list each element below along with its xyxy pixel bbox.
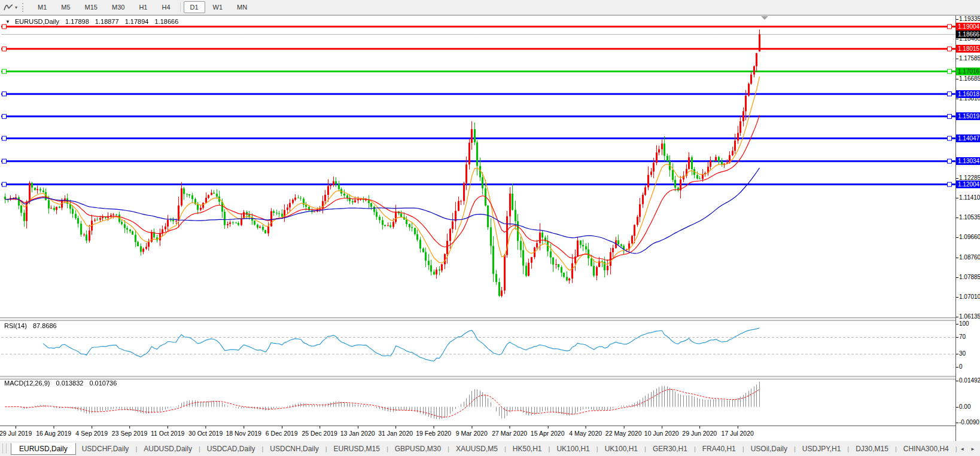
toolbar-grip[interactable]: [22, 3, 26, 12]
price-axis-tick: 1.16685: [959, 75, 980, 82]
price-axis-tick: 1.17585: [959, 55, 980, 62]
current-price-box: 1.18666: [956, 30, 980, 38]
rsi-axis-tick: 100: [959, 320, 980, 328]
macd-signal-value: 0.010736: [89, 380, 117, 387]
date-axis-label: 4 Sep 2019: [75, 430, 108, 437]
timeframe-button-h1[interactable]: H1: [132, 1, 154, 13]
chart-tab[interactable]: XAUUSD,M5: [450, 443, 504, 454]
date-axis-label: 23 Sep 2019: [112, 430, 148, 437]
price-axis-tick: 1.09660: [959, 234, 980, 241]
ohlc-close: 1.18666: [155, 18, 179, 25]
date-axis-label: 6 Dec 2019: [266, 430, 298, 437]
pen-scribble-icon: [4, 3, 13, 11]
chart-tab[interactable]: UK100,H1: [599, 443, 644, 454]
level-price-box: 1.19004: [956, 23, 980, 30]
date-axis-label: 30 Oct 2019: [188, 430, 223, 437]
price-axis-tick: 1.08760: [959, 254, 980, 261]
ohlc-low: 1.17894: [125, 18, 149, 25]
panel-splitter-macd[interactable]: [0, 376, 980, 380]
date-axis-label: 29 Jun 2020: [682, 430, 717, 437]
chart-tab[interactable]: HK50,H1: [507, 443, 548, 454]
drawing-tool-icon[interactable]: [2, 1, 15, 13]
price-axis-tick: 1.11410: [959, 194, 980, 201]
timeframe-button-mn[interactable]: MN: [230, 1, 254, 13]
timeframe-toolbar: ▾ M1M5M15M30H1H4D1W1MN: [0, 0, 980, 15]
rsi-axis-tick: 0: [959, 363, 980, 371]
macd-name: MACD(12,26,9): [4, 380, 50, 387]
rsi-value: 87.8686: [33, 322, 57, 329]
tool-dropdown-arrow-icon[interactable]: ▾: [15, 5, 17, 10]
price-axis-tick: 1.06135: [959, 313, 980, 320]
timeframe-button-d1[interactable]: D1: [184, 1, 205, 13]
date-axis-label: 15 Apr 2020: [531, 430, 565, 437]
timeframe-button-m1[interactable]: M1: [31, 1, 53, 13]
chart-tab[interactable]: USDJPY,H1: [796, 443, 847, 454]
date-axis-label: 29 Jul 2019: [0, 430, 32, 437]
chart-tabs: EURUSD,DailyUSDCHF,Daily|AUDUSD,Daily|US…: [11, 443, 958, 455]
level-price-box: 1.14047: [956, 134, 980, 142]
timeframe-button-m5[interactable]: M5: [54, 1, 77, 13]
level-price-box: 1.13034: [956, 157, 980, 165]
date-axis-label: 16 Aug 2019: [36, 430, 71, 437]
price-axis-tick: 1.10535: [959, 214, 980, 221]
timeframe-button-m30[interactable]: M30: [105, 1, 131, 13]
date-axis-label: 27 Mar 2020: [492, 430, 527, 437]
chart-tab[interactable]: USDCAD,Daily: [201, 443, 261, 454]
level-price-box: 1.15019: [956, 112, 980, 120]
tab-scroll-arrows: ◄ ►: [960, 446, 975, 452]
macd-indicator-label: MACD(12,26,9) 0.013832 0.010736: [4, 380, 117, 387]
timeframe-button-m15[interactable]: M15: [78, 1, 104, 13]
price-axis-tick: 1.07010: [959, 293, 980, 301]
chart-tab[interactable]: USDCHF,Daily: [76, 443, 135, 454]
date-axis-label: 22 May 2020: [605, 430, 642, 437]
date-axis-label: 18 Nov 2019: [226, 430, 261, 437]
mt4-application-window: ▾ M1M5M15M30H1H4D1W1MN 1.193351.184601.1…: [0, 0, 980, 456]
date-axis-label: 25 Dec 2019: [302, 430, 337, 437]
macd-axis-tick: 0.014921: [959, 377, 980, 384]
level-price-box: 1.16018: [956, 90, 980, 98]
date-axis-label: 11 Oct 2019: [151, 430, 184, 437]
tabbar-grip[interactable]: [2, 443, 7, 454]
date-axis-label: 9 Mar 2020: [456, 430, 488, 437]
rsi-axis-tick: 70: [959, 333, 980, 341]
macd-main-value: 0.013832: [56, 380, 83, 387]
rsi-name: RSI(14): [4, 322, 27, 329]
chart-tab[interactable]: EURUSD,Daily: [11, 443, 76, 455]
date-axis-label: 31 Jan 2020: [378, 430, 413, 437]
panel-splitter-rsi[interactable]: [0, 317, 980, 321]
rsi-indicator-label: RSI(14) 87.8686: [4, 322, 57, 329]
date-axis[interactable]: 29 Jul 201916 Aug 20194 Sep 201923 Sep 2…: [0, 426, 955, 441]
date-axis-label: 13 Jan 2020: [340, 430, 375, 437]
chart-tab-bar: EURUSD,DailyUSDCHF,Daily|AUDUSD,Daily|US…: [0, 440, 980, 456]
chart-header: ▼ EURUSD,Daily 1.17898 1.18877 1.17894 1…: [5, 18, 178, 25]
symbol-marker-icon: ▼: [5, 19, 10, 25]
chart-tab[interactable]: CHINA300,H4: [897, 443, 955, 454]
timeframe-button-w1[interactable]: W1: [206, 1, 230, 13]
date-axis-label: 19 Feb 2020: [416, 430, 451, 437]
chart-tab[interactable]: GBPUSD,M30: [389, 443, 447, 454]
tab-separator: |: [955, 445, 958, 452]
chart-tab[interactable]: DJ30,M15: [850, 443, 894, 454]
chart-tab[interactable]: USOil,Daily: [745, 443, 793, 454]
tab-scroll-right-icon[interactable]: ►: [970, 446, 975, 452]
rsi-axis-tick: 30: [959, 350, 980, 357]
price-axis-tick: 1.19335: [959, 16, 980, 23]
toolbar-separator: [180, 2, 181, 12]
chart-tab[interactable]: UK100,H1: [550, 443, 595, 454]
macd-axis-tick: 0.00: [959, 403, 980, 411]
macd-axis-tick: -0.00901: [959, 419, 980, 426]
ohlc-open: 1.17898: [65, 18, 89, 25]
chart-tab[interactable]: USDCNH,Daily: [264, 443, 324, 454]
chart-tab[interactable]: FRA40,H1: [696, 443, 742, 454]
ohlc-high: 1.18877: [95, 18, 119, 25]
price-axis[interactable]: 1.193351.184601.175851.166851.158101.122…: [955, 16, 980, 441]
chart-tab[interactable]: EURUSD,M15: [328, 443, 386, 454]
chart-tab[interactable]: GER30,H1: [647, 443, 693, 454]
timeframe-button-h4[interactable]: H4: [155, 1, 176, 13]
tab-scroll-left-icon[interactable]: ◄: [960, 446, 964, 452]
date-axis-label: 17 Jul 2020: [722, 430, 754, 437]
level-price-box: 1.17016: [956, 68, 980, 75]
level-price-box: 1.18015: [956, 45, 980, 53]
chart-tab[interactable]: AUDUSD,Daily: [138, 443, 198, 454]
level-price-box: 1.12004: [956, 180, 980, 188]
